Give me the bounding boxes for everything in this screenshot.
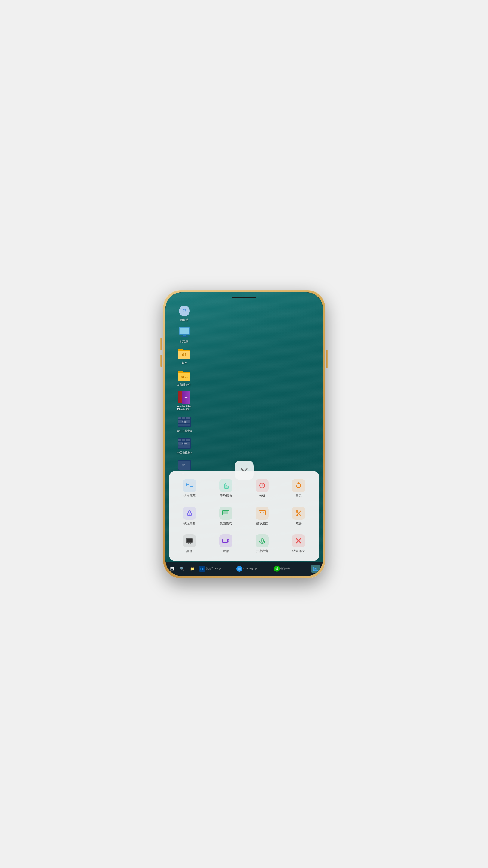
svg-rect-47	[223, 512, 228, 514]
lock-desktop-label: 锁定桌面	[184, 521, 195, 526]
control3-icon: PSD	[178, 438, 191, 448]
gesture-guide-button[interactable]: 手势指南	[208, 476, 244, 501]
quick-menu-panel: 切换屏幕 手势指南	[169, 471, 319, 561]
shutdown-icon	[258, 481, 266, 490]
screenshot-label: 截屏	[295, 521, 301, 526]
phone-device: ♻ 回收站 此电脑	[163, 290, 325, 578]
svg-text:AE: AE	[184, 396, 188, 399]
control2-icon: PSD	[178, 417, 191, 427]
restart-icon	[294, 481, 303, 490]
svg-rect-62	[223, 539, 227, 542]
desktop-icon-recycle-bin[interactable]: ♻ 回收站	[174, 304, 195, 322]
enable-audio-button[interactable]: 开启声音	[244, 531, 281, 556]
svg-rect-29	[182, 439, 185, 441]
black-screen-label: 黑屏	[187, 549, 193, 553]
volume-up-button[interactable]	[160, 338, 162, 350]
svg-rect-5	[181, 336, 188, 337]
lock-desktop-button[interactable]: 锁定桌面	[171, 503, 208, 528]
shutdown-button[interactable]: 关机	[244, 476, 281, 501]
svg-text:01: 01	[182, 352, 187, 357]
taskbar-psd[interactable]: Ps 疑难千-psd @ 100...	[198, 562, 235, 576]
this-pc-icon	[178, 327, 191, 338]
switch-screen-icon	[185, 481, 194, 490]
taskbar-search[interactable]: 🔍	[177, 562, 187, 576]
show-desktop-label: 显示桌面	[256, 521, 268, 526]
control2-label: 20正在控制2	[176, 429, 192, 433]
this-pc-label: 此电脑	[180, 340, 188, 343]
svg-point-40	[296, 484, 301, 488]
svg-rect-22	[186, 417, 190, 420]
taskbar-wechat-label: 微信80版	[281, 567, 290, 570]
black-screen-button[interactable]: 黑屏	[171, 531, 208, 556]
show-desktop-icon	[258, 509, 266, 517]
desktop-icon-software[interactable]: 01 软件	[174, 347, 195, 365]
restart-button[interactable]: 重启	[281, 476, 317, 501]
gesture-guide-icon	[222, 481, 230, 490]
svg-rect-25	[178, 424, 190, 426]
control-more-icon: 控...	[178, 460, 191, 470]
taskbar-files[interactable]: 📁	[188, 562, 197, 576]
record-icon	[222, 537, 230, 545]
enable-audio-label: 开启声音	[256, 549, 268, 553]
recycle-bin-label: 回收站	[180, 318, 188, 322]
restart-label: 重启	[295, 494, 301, 498]
speaker	[232, 297, 256, 298]
recycle-bin-icon: ♻	[178, 305, 190, 317]
end-remote-icon	[294, 537, 303, 545]
shutdown-label: 关机	[259, 494, 265, 498]
svg-rect-3	[180, 328, 189, 334]
svg-rect-21	[182, 417, 185, 420]
lock-desktop-icon	[185, 509, 194, 517]
svg-point-43	[189, 514, 190, 515]
svg-rect-63	[261, 539, 263, 542]
svg-rect-59	[187, 539, 192, 542]
menu-row-3: 黑屏 录像	[171, 531, 317, 556]
taskbar-chat[interactable]: S(7420身_@hua...	[235, 562, 272, 576]
end-remote-button[interactable]: 结束远控	[281, 531, 317, 556]
accelerator-folder-icon: ACC	[178, 370, 191, 381]
svg-text:PSD: PSD	[182, 442, 187, 445]
desktop-mode-button[interactable]: 桌面模式	[208, 503, 244, 528]
desktop-icon-ae[interactable]: AE	[174, 391, 195, 411]
enable-audio-icon	[258, 537, 266, 545]
svg-text:PSD: PSD	[182, 421, 187, 423]
record-label: 录像	[223, 549, 229, 553]
svg-text:♻: ♻	[182, 308, 187, 314]
svg-rect-30	[186, 439, 190, 441]
taskbar-wechat[interactable]: 微 微信80版	[273, 562, 310, 576]
desktop-mode-icon	[222, 509, 230, 517]
taskbar-start[interactable]: ⊞	[167, 562, 177, 576]
remote-app-icon	[313, 566, 319, 572]
accelerator-label: 加速器软件	[177, 383, 191, 386]
switch-screen-label: 切换屏幕	[184, 494, 195, 498]
volume-down-button[interactable]	[160, 354, 162, 367]
menu-row-1: 切换屏幕 手势指南	[171, 476, 317, 501]
svg-text:控...: 控...	[182, 464, 187, 467]
software-label: 软件	[182, 362, 187, 365]
svg-point-70	[315, 568, 316, 569]
screenshot-button[interactable]: 截屏	[281, 503, 317, 528]
ae-label: Adobe After Effects 自...	[174, 405, 194, 411]
power-button[interactable]	[326, 350, 328, 368]
taskbar: ⊞ 🔍 📁 Ps 疑难千-psd @ 100... S(7420身_@hua..…	[165, 562, 323, 576]
desktop-icon-accelerator[interactable]: ACC 加速器软件	[174, 369, 195, 386]
desktop-icon-control3[interactable]: PSD 20正在控制3	[174, 437, 195, 454]
svg-rect-33	[178, 445, 190, 448]
screen: ♻ 回收站 此电脑	[165, 292, 323, 576]
screenshot-icon	[294, 509, 303, 517]
phone-inner: ♻ 回收站 此电脑	[165, 292, 323, 576]
switch-screen-button[interactable]: 切换屏幕	[171, 476, 208, 501]
taskbar-psd-label: 疑难千-psd @ 100...	[206, 567, 224, 570]
desktop-icon-this-pc[interactable]: 此电脑	[174, 326, 195, 343]
record-button[interactable]: 录像	[208, 531, 244, 556]
desktop-icon-control2[interactable]: PSD 20正在控制2	[174, 415, 195, 433]
taskbar-chat-label: S(7420身_@hua...	[243, 567, 261, 570]
svg-rect-28	[178, 439, 182, 441]
gesture-guide-label: 手势指南	[220, 494, 232, 498]
black-screen-icon	[185, 537, 194, 545]
taskbar-app-icon[interactable]	[310, 562, 321, 576]
software-folder-icon: 01	[178, 348, 191, 360]
menu-divider-1	[174, 502, 315, 502]
show-desktop-button[interactable]: 显示桌面	[244, 503, 281, 528]
svg-rect-20	[178, 417, 182, 420]
